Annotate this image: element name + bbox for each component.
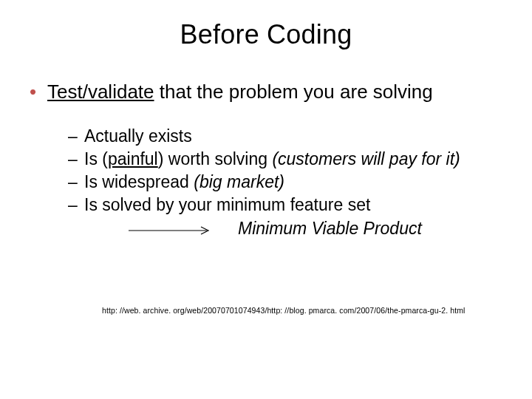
slide-body: Test/validate that the problem you are s… [0, 50, 532, 239]
arrow-icon [127, 225, 216, 236]
text: ) worth solving [158, 149, 273, 168]
mvp-line: Minimum Viable Product [47, 218, 505, 239]
bullet-list-level2: Actually exists Is (painful) worth solvi… [47, 125, 505, 216]
sub-painful: Is (painful) worth solving (customers wi… [68, 148, 505, 171]
sub-widespread: Is widespread (big market) [68, 171, 505, 194]
bullet-list-level1: Test/validate that the problem you are s… [27, 80, 505, 239]
text: Is widespread [84, 172, 194, 191]
text: Is ( [84, 149, 108, 168]
text-underline-testvalidate: Test/validate [47, 81, 154, 103]
sub-minimum-feature: Is solved by your minimum feature set [68, 194, 505, 216]
slide: Before Coding Test/validate that the pro… [0, 0, 532, 399]
text-underline-painful: painful [108, 149, 158, 168]
text-italic-bigmarket: (big market) [194, 172, 284, 191]
sub-actually-exists: Actually exists [68, 125, 505, 148]
text-rest: that the problem you are solving [154, 81, 433, 103]
bullet-test-validate: Test/validate that the problem you are s… [27, 80, 505, 239]
slide-title: Before Coding [0, 0, 532, 50]
text-italic-customers: (customers will pay for it) [272, 149, 460, 168]
text-mvp: Minimum Viable Product [238, 218, 422, 239]
footnote-url: http: //web. archive. org/web/2007070107… [102, 306, 466, 315]
